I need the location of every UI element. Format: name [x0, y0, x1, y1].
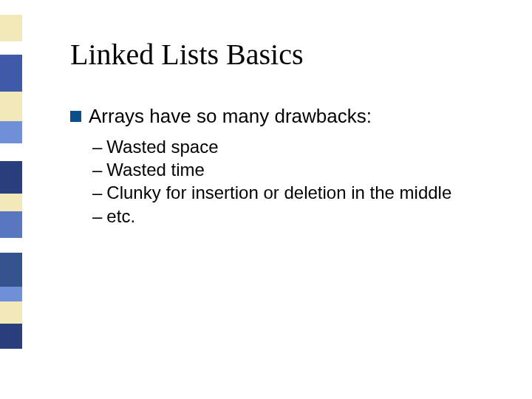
- bullet-level1: Arrays have so many drawbacks:: [70, 105, 502, 128]
- dash-icon: –: [92, 205, 102, 228]
- sidebar-block: [0, 287, 22, 301]
- sidebar-block: [0, 15, 22, 41]
- sidebar-block: [0, 161, 22, 194]
- sidebar-block: [0, 143, 22, 161]
- sidebar-block: [0, 211, 22, 238]
- sidebar-block: [0, 55, 22, 92]
- list-item: – Wasted time: [92, 158, 502, 181]
- sidebar-block: [0, 301, 22, 324]
- sidebar-block: [0, 324, 22, 349]
- dash-icon: –: [92, 181, 102, 204]
- decorative-sidebar: [0, 15, 22, 369]
- list-item-text: etc.: [106, 205, 135, 228]
- list-item-text: Wasted time: [106, 158, 204, 181]
- sidebar-block: [0, 238, 22, 253]
- list-item: – Wasted space: [92, 135, 502, 158]
- sub-bullet-list: – Wasted space – Wasted time – Clunky fo…: [92, 135, 502, 228]
- slide-title: Linked Lists Basics: [70, 37, 502, 72]
- dash-icon: –: [92, 135, 102, 158]
- list-item: – etc.: [92, 205, 502, 228]
- sidebar-block: [0, 253, 22, 287]
- sidebar-block: [0, 41, 22, 55]
- slide-content: Linked Lists Basics Arrays have so many …: [70, 37, 502, 228]
- sidebar-block: [0, 349, 22, 369]
- bullet-text: Arrays have so many drawbacks:: [89, 105, 372, 128]
- list-item-text: Wasted space: [106, 135, 218, 158]
- sidebar-block: [0, 121, 22, 143]
- list-item-text: Clunky for insertion or deletion in the …: [106, 181, 451, 204]
- sidebar-block: [0, 194, 22, 211]
- sidebar-block: [0, 92, 22, 121]
- dash-icon: –: [92, 158, 102, 181]
- square-bullet-icon: [70, 111, 81, 122]
- list-item: – Clunky for insertion or deletion in th…: [92, 181, 502, 204]
